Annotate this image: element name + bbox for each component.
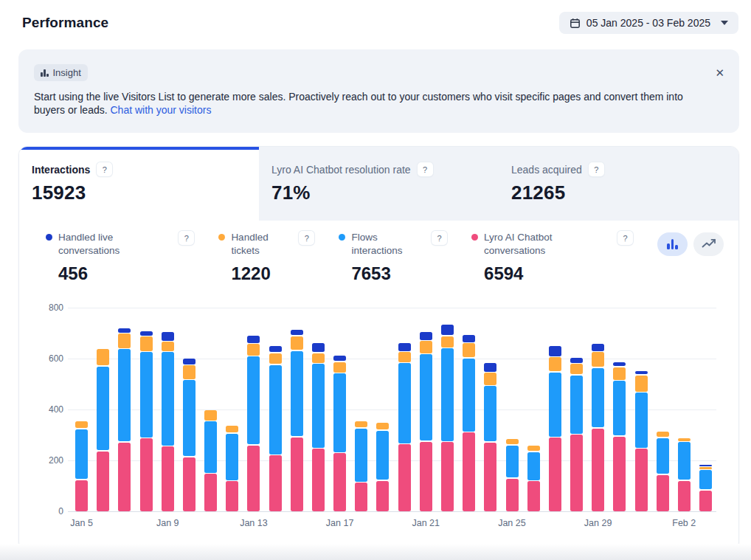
tab-lyro-resolution-rate[interactable]: Lyro AI Chatbot resolution rate ? 71%	[259, 147, 499, 221]
bar-column[interactable]	[136, 308, 157, 511]
bar-segment	[441, 336, 454, 348]
bar-segment	[291, 336, 303, 350]
y-axis-label: 200	[49, 455, 63, 466]
bar-column[interactable]	[695, 308, 716, 511]
bar-column[interactable]	[566, 308, 587, 511]
stacked-bar	[162, 331, 174, 511]
bar-column[interactable]	[243, 308, 264, 511]
bar-column[interactable]	[200, 308, 221, 511]
help-icon[interactable]: ?	[299, 231, 314, 245]
bar-column[interactable]	[544, 308, 566, 511]
stacked-bar	[463, 334, 475, 511]
bar-segment	[376, 481, 389, 511]
bar-segment	[441, 348, 454, 441]
legend-dot-orange	[218, 234, 225, 241]
line-chart-toggle-button[interactable]	[693, 232, 724, 256]
bar-column[interactable]	[437, 308, 458, 511]
stacked-bar	[118, 327, 131, 511]
bar-column[interactable]	[350, 308, 372, 511]
chart-type-toggles	[657, 231, 724, 256]
bar-column[interactable]	[652, 308, 674, 511]
metric-label: Lyro AI Chatbot conversations	[484, 231, 571, 257]
bar-column[interactable]	[501, 308, 522, 511]
bar-column[interactable]	[523, 308, 544, 511]
bar-segment	[162, 446, 174, 511]
kpi-tabs: Interactions ? 15923 Lyro AI Chatbot res…	[19, 147, 738, 221]
x-axis-label: Jan 29	[584, 518, 612, 528]
bar-column[interactable]	[587, 308, 609, 511]
bar-segment	[657, 475, 669, 511]
plot-area: Jan 5Jan 9Jan 13Jan 17Jan 21Jan 25Jan 29…	[71, 308, 716, 511]
bar-segment	[183, 365, 195, 378]
legend-row: Handled live conversations ? 456 Handled…	[46, 231, 724, 293]
stacked-bar	[75, 421, 88, 511]
stacked-bar	[570, 356, 583, 511]
bar-column[interactable]	[674, 308, 695, 511]
bar-column[interactable]	[329, 308, 350, 511]
help-icon[interactable]: ?	[418, 162, 433, 176]
help-icon[interactable]: ?	[97, 162, 112, 176]
date-range-picker[interactable]: 05 Jan 2025 - 03 Feb 2025	[559, 12, 738, 34]
bar-segment	[75, 421, 88, 428]
bar-segment	[204, 410, 217, 421]
tab-leads-acquired[interactable]: Leads acquired ? 21265	[499, 147, 738, 221]
bar-segment	[613, 362, 626, 366]
bar-segment	[162, 332, 174, 340]
bar-column[interactable]	[458, 308, 480, 511]
bar-chart-toggle-button[interactable]	[657, 232, 688, 256]
help-icon[interactable]: ?	[432, 231, 447, 245]
tab-interactions[interactable]: Interactions ? 15923	[19, 147, 259, 221]
stacked-bar	[247, 335, 260, 511]
bar-segment	[118, 333, 131, 348]
bar-segment	[657, 438, 669, 474]
metric-flows-interactions: Flows interactions ? 7653	[339, 231, 447, 284]
bar-column[interactable]	[630, 308, 651, 511]
chat-with-visitors-link[interactable]: Chat with your visitors	[111, 104, 212, 116]
bar-segment	[398, 363, 411, 443]
bar-column[interactable]	[71, 308, 92, 511]
bar-column[interactable]	[415, 308, 437, 511]
bar-column[interactable]	[372, 308, 393, 511]
stacked-bar	[635, 370, 648, 511]
bar-segment	[204, 421, 217, 473]
bar-column[interactable]	[179, 308, 200, 511]
help-icon[interactable]: ?	[179, 231, 194, 245]
bar-segment	[376, 423, 389, 429]
bar-segment	[506, 479, 519, 511]
bar-column[interactable]	[286, 308, 308, 511]
metric-label: Flows interactions	[351, 231, 419, 257]
x-axis-label: Jan 13	[240, 518, 268, 528]
close-icon[interactable]: ✕	[715, 67, 724, 78]
bar-column[interactable]	[609, 308, 630, 511]
bar-column[interactable]	[308, 308, 329, 511]
performance-page: Performance 05 Jan 2025 - 03 Feb 2025 In…	[0, 0, 751, 560]
bar-segment	[140, 331, 153, 336]
bar-column[interactable]	[480, 308, 501, 511]
bar-segment	[484, 386, 496, 441]
help-icon[interactable]: ?	[617, 231, 633, 245]
bar-segment	[291, 438, 303, 511]
tab-leads-acquired-value: 21265	[511, 182, 738, 204]
x-axis-label: Jan 9	[156, 518, 179, 528]
tab-leads-acquired-label: Leads acquired	[511, 164, 582, 176]
bar-segment	[118, 349, 131, 441]
bar-segment	[678, 438, 691, 440]
insight-badge: Insight	[34, 64, 88, 81]
bar-column[interactable]	[157, 308, 179, 511]
y-axis-label: 0	[58, 506, 63, 516]
bar-segment	[355, 421, 367, 427]
bar-column[interactable]	[221, 308, 243, 511]
bar-segment	[312, 353, 325, 363]
bar-column[interactable]	[394, 308, 415, 511]
help-icon[interactable]: ?	[589, 162, 604, 176]
bar-segment	[549, 357, 561, 371]
bar-segment	[484, 373, 496, 384]
bar-column[interactable]	[265, 308, 286, 511]
metric-value: 6594	[484, 263, 633, 284]
bar-column[interactable]	[92, 308, 114, 511]
bar-column[interactable]	[114, 308, 135, 511]
bar-segment	[420, 442, 432, 511]
metric-label: Handled live conversations	[58, 231, 141, 257]
bar-segment	[635, 449, 648, 511]
bar-segment	[333, 356, 346, 362]
